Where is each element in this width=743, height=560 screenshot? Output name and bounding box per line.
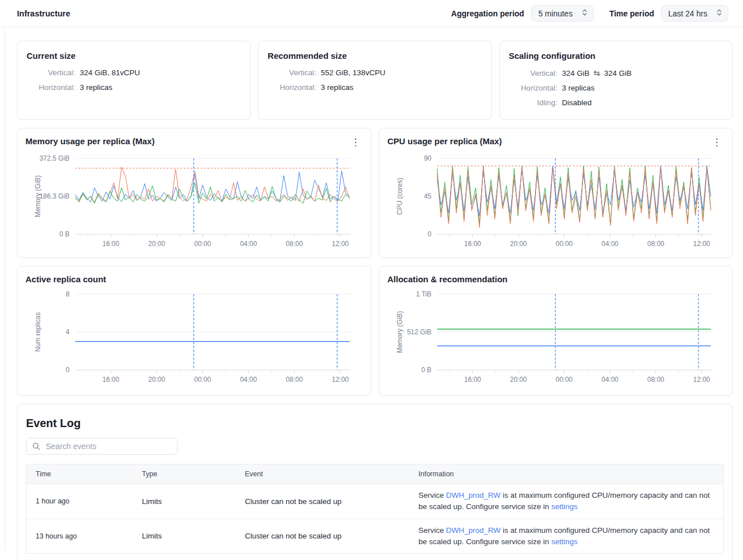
x-tick-label: 00:00	[556, 376, 573, 384]
event-log-card: Event Log Time Type Event Information	[17, 404, 733, 560]
summary-card: Current sizeVertical:324 GiB, 81vCPUHori…	[17, 41, 250, 120]
summary-card-title: Current size	[27, 51, 241, 61]
service-link[interactable]: DWH_prod_RW	[446, 491, 501, 499]
chart-card: Active replica count048Num replicas16:00…	[17, 266, 372, 396]
chevron-up-down-icon	[716, 8, 722, 18]
summary-row-label: Horizontal:	[267, 83, 316, 92]
y-tick-label: 0 B	[59, 230, 70, 238]
swap-arrows-icon: ⇆	[593, 68, 600, 77]
event-log-row: 1 hour agoLimitsCluster can not be scale…	[27, 484, 723, 519]
chart-card: Allocation & recommendation0 B512 GiB1 T…	[379, 266, 733, 396]
summary-row-value: 324 GiB	[562, 69, 590, 77]
y-tick-label: 0	[427, 230, 431, 238]
event-type-cell: Limits	[133, 484, 236, 519]
x-tick-label: 00:00	[194, 240, 211, 248]
x-tick-label: 04:00	[602, 376, 619, 384]
summary-row-label: Horizontal:	[27, 83, 75, 92]
x-tick-label: 08:00	[647, 240, 664, 248]
chart-menu-button[interactable]: ⋮	[348, 136, 363, 148]
summary-row: Horizontal:3 replicas	[509, 84, 723, 92]
x-tick-label: 00:00	[556, 240, 573, 248]
chart-plot-area: 0 B512 GiB1 TiBMemory (GiB)16:0020:0000:…	[387, 287, 724, 391]
event-log-row: 13 hours agoLimitsCluster can not be sca…	[27, 519, 723, 553]
search-events-box[interactable]	[26, 438, 178, 455]
chart-title: Memory usage per replica (Max)	[25, 136, 154, 146]
summary-row-value: 3 replicas	[562, 84, 595, 92]
event-name-cell: Cluster can not be scaled up	[236, 519, 409, 553]
event-time-cell: 13 hours ago	[27, 519, 133, 553]
event-log-title: Event Log	[26, 417, 724, 430]
summary-cards-row: Current sizeVertical:324 GiB, 81vCPUHori…	[17, 41, 733, 120]
aggregation-period-label: Aggregation period	[451, 9, 524, 18]
chart-canvas: 048Num replicas16:0020:0000:0004:0008:00…	[25, 287, 363, 389]
event-name-cell: Cluster can not be scaled up	[236, 484, 409, 519]
x-tick-label: 20:00	[510, 376, 527, 384]
summary-row-value: 3 replicas	[321, 83, 353, 92]
chart-canvas: 0 B186.3 GiB372.5 GiBMemory (GiB)16:0020…	[25, 152, 363, 253]
y-tick-label: 512 GiB	[407, 328, 431, 336]
x-tick-label: 20:00	[148, 240, 165, 248]
header-controls: Aggregation period 5 minutes Time period…	[451, 5, 728, 21]
x-tick-label: 20:00	[148, 376, 165, 384]
summary-row-label: Vertical:	[509, 69, 558, 77]
summary-row-label: Idling:	[509, 98, 558, 107]
summary-row-label: Vertical:	[27, 68, 75, 77]
info-text: Service	[418, 491, 446, 499]
chart-card-header: Active replica count	[25, 274, 363, 284]
x-tick-label: 12:00	[693, 376, 710, 384]
settings-link[interactable]: settings	[551, 502, 578, 511]
event-information-cell: Service DWH_prod_RW is at maximum config…	[409, 519, 723, 553]
summary-card-rows: Vertical:324 GiB⇆324 GiBHorizontal:3 rep…	[509, 68, 723, 107]
column-header-time: Time	[27, 464, 133, 484]
chart-card-header: Memory usage per replica (Max)⋮	[25, 136, 363, 148]
event-table: Time Type Event Information 1 hour agoLi…	[26, 464, 724, 554]
summary-row: Vertical:324 GiB⇆324 GiB	[509, 68, 723, 77]
search-events-input[interactable]	[45, 441, 171, 451]
chart-card: Memory usage per replica (Max)⋮0 B186.3 …	[17, 128, 372, 258]
summary-card: Recommended sizeVertical:552 GiB, 138vCP…	[258, 41, 491, 120]
summary-row-label: Horizontal:	[509, 84, 558, 92]
chart-card-header: CPU usage per replica (Max)⋮	[387, 136, 724, 148]
aggregation-period-select[interactable]: 5 minutes	[531, 5, 594, 21]
summary-card-rows: Vertical:552 GiB, 138vCPUHorizontal:3 re…	[267, 68, 482, 92]
aggregation-period-value: 5 minutes	[538, 9, 573, 18]
chart-plot-area: 04590CPU (cores)16:0020:0000:0004:0008:0…	[387, 152, 724, 256]
column-header-event: Event	[236, 464, 409, 484]
column-header-information: Information	[409, 464, 723, 484]
summary-row: Vertical:552 GiB, 138vCPU	[267, 68, 482, 77]
y-tick-label: 8	[66, 290, 70, 298]
time-period-label: Time period	[610, 9, 654, 18]
chart-title: Allocation & recommendation	[387, 274, 508, 284]
y-tick-label: 372.5 GiB	[40, 154, 70, 162]
summary-row: Horizontal:3 replicas	[267, 83, 482, 92]
x-tick-label: 16:00	[102, 240, 119, 248]
service-link[interactable]: DWH_prod_RW	[446, 526, 501, 535]
x-tick-label: 12:00	[693, 240, 710, 248]
chart-plot-area: 0 B186.3 GiB372.5 GiBMemory (GiB)16:0020…	[25, 152, 363, 256]
y-tick-label: 90	[424, 154, 432, 162]
chart-menu-button[interactable]: ⋮	[709, 136, 724, 148]
y-axis-title: Memory (GiB)	[34, 175, 42, 218]
y-axis-title: Num replicas	[34, 312, 42, 352]
page-header: Infrastructure Aggregation period 5 minu…	[0, 0, 743, 27]
charts-row-1: Memory usage per replica (Max)⋮0 B186.3 …	[17, 128, 733, 258]
time-period-select[interactable]: Last 24 hrs	[661, 5, 728, 21]
chart-canvas: 04590CPU (cores)16:0020:0000:0004:0008:0…	[387, 152, 724, 253]
x-tick-label: 16:00	[464, 376, 481, 384]
chevron-up-down-icon	[582, 8, 588, 18]
event-time-cell: 1 hour ago	[27, 484, 133, 519]
summary-row-value: Disabled	[562, 98, 592, 107]
summary-row: Vertical:324 GiB, 81vCPU	[27, 68, 241, 77]
charts-row-2: Active replica count048Num replicas16:00…	[17, 266, 733, 396]
x-tick-label: 08:00	[647, 376, 664, 384]
y-tick-label: 186.3 GiB	[40, 192, 70, 200]
column-header-type: Type	[133, 464, 236, 484]
x-tick-label: 12:00	[332, 376, 349, 384]
chart-card: CPU usage per replica (Max)⋮04590CPU (co…	[379, 128, 733, 258]
summary-card-rows: Vertical:324 GiB, 81vCPUHorizontal:3 rep…	[27, 68, 241, 92]
x-tick-label: 08:00	[286, 376, 303, 384]
x-tick-label: 16:00	[464, 240, 481, 248]
settings-link[interactable]: settings	[551, 537, 578, 546]
chart-plot-area: 048Num replicas16:0020:0000:0004:0008:00…	[25, 287, 363, 391]
y-tick-label: 0	[66, 366, 70, 374]
